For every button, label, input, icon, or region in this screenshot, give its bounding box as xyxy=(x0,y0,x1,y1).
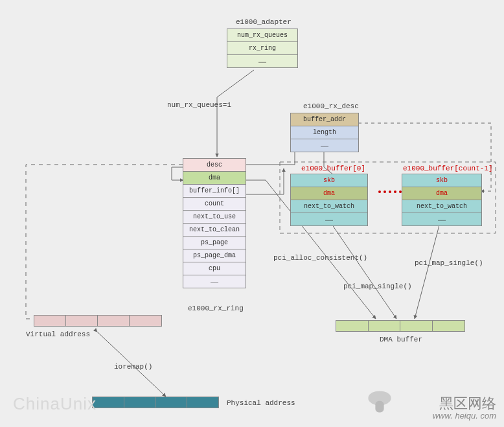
rx-ring-struct: desc dma buffer_info[] count next_to_use… xyxy=(183,158,246,288)
buffer0-ellipsis: …… xyxy=(291,213,367,225)
ioremap-label: ioremap() xyxy=(114,363,152,371)
bufferN-next-to-watch: next_to_watch xyxy=(402,200,481,213)
rx-ring-ps-page: ps_page xyxy=(183,237,246,249)
svg-point-2 xyxy=(389,190,391,193)
watermark-chinaunix: ChinaUnix xyxy=(13,394,97,414)
rx-desc-length: length xyxy=(291,126,358,139)
rx-ring-cpu: cpu xyxy=(183,262,246,275)
virtual-address-bar xyxy=(34,315,162,327)
svg-point-3 xyxy=(394,190,396,193)
rx-ring-ellipsis: …… xyxy=(183,275,246,288)
rx-desc-struct: buffer_addr length …… xyxy=(290,113,359,152)
buffer0-skb: skb xyxy=(291,174,367,187)
rx-desc-buffer-addr: buffer_addr xyxy=(291,113,358,126)
mushroom-icon xyxy=(365,388,394,417)
heiqu-url: www. heiqu. com xyxy=(433,411,496,421)
physical-address-bar xyxy=(92,397,219,408)
adapter-title: e1000_adapter xyxy=(236,18,292,26)
rx-ring-next-to-clean: next_to_clean xyxy=(183,224,246,237)
edge-num-rx-queues: num_rx_queues=1 xyxy=(167,101,231,109)
bufferN-title: e1000_buffer[count-1] xyxy=(403,165,493,172)
bufferN-skb: skb xyxy=(402,174,481,187)
dma-buffer-bar xyxy=(336,320,465,332)
rx-ring-dma: dma xyxy=(183,172,246,185)
virtual-address-label: Virtual address xyxy=(26,330,90,338)
bufferN-struct: skb dma next_to_watch …… xyxy=(402,174,482,226)
bufferN-ellipsis: …… xyxy=(402,213,481,225)
rx-ring-title: e1000_rx_ring xyxy=(188,305,244,312)
dma-buffer-label: DMA buffer xyxy=(380,336,422,343)
pci-map-label2: pci_map_single() xyxy=(415,259,483,267)
rx-ring-next-to-use: next_to_use xyxy=(183,211,246,224)
adapter-field-ellipsis: …… xyxy=(227,55,297,67)
watermark-heiqu: 黑区网络 www. heiqu. com xyxy=(433,397,496,421)
pci-map-label1: pci_map_single() xyxy=(343,283,412,290)
rx-ring-desc: desc xyxy=(183,159,246,172)
buffer0-dma: dma xyxy=(291,187,367,200)
rx-desc-ellipsis: …… xyxy=(291,139,358,152)
rx-desc-title: e1000_rx_desc xyxy=(303,102,359,110)
adapter-field-rx-ring: rx_ring xyxy=(227,42,297,55)
physical-address-label: Physical address xyxy=(227,399,295,407)
rx-ring-count: count xyxy=(183,198,246,211)
buffer0-struct: skb dma next_to_watch …… xyxy=(290,174,368,226)
pci-alloc-label: pci_alloc_consistent() xyxy=(273,254,367,262)
buffer0-title: e1000_buffer[0] xyxy=(301,165,365,172)
heiqu-cn: 黑区网络 xyxy=(433,397,496,411)
rx-ring-ps-page-dma: ps_page_dma xyxy=(183,249,246,262)
svg-point-0 xyxy=(378,190,381,193)
svg-point-1 xyxy=(384,190,386,193)
bufferN-dma: dma xyxy=(402,187,481,200)
adapter-field-num-rx-queues: num_rx_queues xyxy=(227,29,297,42)
svg-rect-7 xyxy=(375,401,384,413)
rx-ring-buffer-info: buffer_info[] xyxy=(183,185,246,198)
adapter-struct: num_rx_queues rx_ring …… xyxy=(227,29,298,68)
buffer0-next-to-watch: next_to_watch xyxy=(291,200,367,213)
